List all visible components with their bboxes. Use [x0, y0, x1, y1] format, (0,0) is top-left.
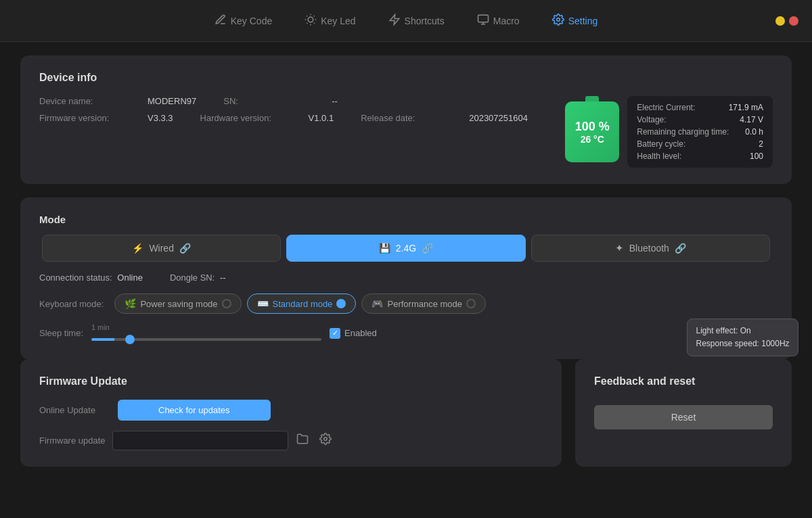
bottom-row: Firmware Update Online Update Check for …: [20, 359, 792, 480]
sleep-row: Sleep time: 1 min ✓ Enabled: [39, 323, 773, 343]
enabled-checkbox[interactable]: ✓: [330, 328, 340, 339]
release-label: Release date:: [361, 113, 442, 123]
traffic-lights: [775, 16, 798, 26]
sleep-slider[interactable]: [91, 338, 321, 341]
info-row-firmware: Firmware version: V3.3.3 Hardware versio…: [39, 113, 551, 123]
titlebar: Key Code Key Led Shortcuts Macro Setting: [0, 0, 812, 42]
tab-keyled-label: Key Led: [321, 16, 355, 26]
battery-visual: 100 % 26 °C: [565, 101, 619, 162]
info-row-name: Device name: MODERN97 SN: --: [39, 96, 551, 106]
main-content: Device info Device name: MODERN97 SN: --…: [0, 42, 812, 518]
release-value: 202307251604: [469, 113, 528, 123]
tab-setting[interactable]: Setting: [539, 8, 612, 34]
standard-label: Standard mode: [273, 299, 333, 309]
sleep-label: Sleep time:: [39, 328, 83, 338]
sleep-slider-wrap: 1 min: [91, 323, 321, 343]
setting-icon: [552, 14, 564, 28]
mode-bluetooth-btn[interactable]: ✦ Bluetooth 🔗: [531, 235, 770, 262]
power-saving-radio[interactable]: [222, 299, 231, 308]
hardware-label: Hardware version:: [200, 113, 281, 123]
km-standard[interactable]: ⌨️ Standard mode: [247, 293, 357, 314]
health-value: 100: [750, 151, 763, 161]
battery-temp: 26 °C: [581, 134, 604, 145]
firmware-value: V3.3.3: [148, 113, 173, 123]
keycode-icon: [215, 14, 227, 28]
wired-icon: ⚡: [132, 243, 143, 254]
mode-buttons: ⚡ Wired 🔗 💾 2.4G 🔗 ✦ Bluetooth 🔗: [39, 235, 773, 262]
device-name-label: Device name:: [39, 96, 120, 106]
close-button[interactable]: [789, 16, 798, 26]
check-updates-button[interactable]: Check for updates: [118, 400, 271, 421]
svg-point-13: [556, 18, 560, 21]
performance-radio[interactable]: [466, 299, 476, 308]
keyled-icon: [304, 14, 317, 28]
tab-macro-label: Macro: [493, 16, 520, 26]
remaining-label: Remaining charging time:: [637, 127, 729, 137]
power-saving-label: Power saving mode: [140, 299, 217, 309]
2g4-icon: 💾: [379, 243, 390, 254]
battery-widget: 100 % 26 °C Electric Current: 171.9 mA V…: [565, 96, 773, 168]
tab-keycode[interactable]: Key Code: [201, 8, 286, 34]
shortcuts-icon: [388, 14, 401, 28]
power-saving-icon: 🌿: [125, 298, 136, 309]
svg-line-4: [314, 22, 315, 23]
dongle-row: Dongle SN: --: [170, 273, 226, 283]
device-name-value: MODERN97: [148, 96, 196, 106]
tooltip-line2: Response speed: 1000Hz: [696, 337, 789, 350]
device-info-card: Device info Device name: MODERN97 SN: --…: [20, 55, 792, 184]
tab-shortcuts[interactable]: Shortcuts: [375, 8, 458, 34]
2g4-label: 2.4G: [396, 243, 416, 254]
tab-keyled[interactable]: Key Led: [291, 8, 369, 34]
stat-remaining: Remaining charging time: 0.0 h: [637, 127, 763, 137]
wired-link-icon: 🔗: [179, 243, 191, 254]
minimize-button[interactable]: [775, 16, 785, 26]
remaining-value: 0.0 h: [745, 127, 763, 137]
reset-button[interactable]: Reset: [594, 405, 773, 429]
stat-electric: Electric Current: 171.9 mA: [637, 103, 763, 112]
feedback-title: Feedback and reset: [594, 375, 773, 387]
svg-line-8: [314, 16, 315, 16]
standard-radio[interactable]: [336, 299, 346, 308]
device-info-grid: Device name: MODERN97 SN: -- Firmware ve…: [39, 96, 773, 168]
enabled-check[interactable]: ✓ Enabled: [330, 328, 377, 339]
firmware-title: Firmware Update: [39, 375, 543, 387]
tab-macro[interactable]: Macro: [464, 8, 533, 34]
nav-tabs: Key Code Key Led Shortcuts Macro Setting: [201, 8, 612, 34]
performance-label: Performance mode: [387, 299, 462, 309]
online-update-label: Online Update: [39, 405, 107, 415]
dongle-value: --: [220, 273, 226, 283]
folder-open-button[interactable]: [294, 430, 311, 450]
tab-shortcuts-label: Shortcuts: [405, 16, 445, 26]
firmware-update-label: Firmware update: [39, 435, 107, 446]
mode-wired-btn[interactable]: ⚡ Wired 🔗: [42, 235, 281, 262]
wired-label: Wired: [149, 243, 174, 254]
tab-setting-label: Setting: [568, 16, 598, 26]
svg-point-0: [308, 17, 313, 22]
performance-tooltip: Light effect: On Response speed: 1000Hz: [687, 319, 798, 356]
svg-line-7: [307, 22, 307, 23]
battery-stats: Electric Current: 171.9 mA Voltage: 4.17…: [627, 96, 773, 168]
firmware-label: Firmware version:: [39, 113, 120, 123]
sleep-min-label: 1 min: [91, 323, 321, 331]
tooltip-line1: Light effect: On: [696, 325, 789, 337]
svg-marker-9: [390, 14, 399, 24]
mode-label: Mode: [39, 214, 773, 225]
firmware-file-row: Firmware update: [39, 430, 543, 450]
firmware-card: Firmware Update Online Update Check for …: [20, 359, 562, 467]
sn-value: --: [332, 96, 338, 106]
tab-keycode-label: Key Code: [231, 16, 272, 26]
mode-2g4-btn[interactable]: 💾 2.4G 🔗: [286, 235, 525, 262]
settings-flash-button[interactable]: [317, 430, 334, 450]
connection-value: Online: [117, 273, 143, 283]
voltage-value: 4.17 V: [740, 115, 763, 124]
firmware-file-input[interactable]: [112, 431, 288, 450]
km-power-saving[interactable]: 🌿 Power saving mode: [114, 293, 241, 314]
keyboard-mode-row: Keyboard mode: 🌿 Power saving mode ⌨️ St…: [39, 293, 773, 314]
stat-health: Health level: 100: [637, 151, 763, 161]
voltage-label: Voltage:: [637, 115, 666, 124]
mode-card: Mode ⚡ Wired 🔗 💾 2.4G 🔗 ✦ Bluetooth 🔗 Co…: [20, 197, 792, 359]
cycle-label: Battery cycle:: [637, 139, 685, 149]
2g4-link-icon: 🔗: [422, 243, 433, 254]
km-performance[interactable]: 🎮 Performance mode Light effect: On Resp…: [361, 293, 486, 314]
keyboard-mode-label: Keyboard mode:: [39, 299, 104, 309]
